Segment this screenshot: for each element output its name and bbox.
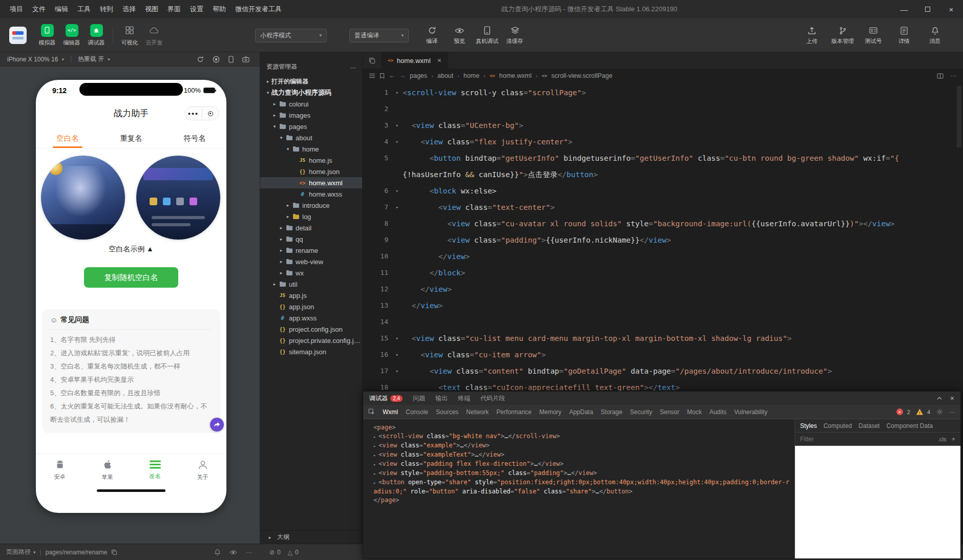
- list-icon[interactable]: [369, 73, 375, 78]
- devtools-tab-appdata[interactable]: AppData: [569, 408, 593, 416]
- close-panel-icon[interactable]: ×: [950, 394, 954, 402]
- device-select[interactable]: iPhone X 100% 16: [7, 56, 58, 63]
- tree-item-folder[interactable]: ▸rename: [260, 245, 362, 256]
- mode-select[interactable]: 小程序模式▾: [255, 29, 327, 42]
- devtools-tab-memory[interactable]: Memory: [539, 408, 561, 416]
- devtools-tab-sources[interactable]: Sources: [436, 408, 458, 416]
- devtools-tab-mock[interactable]: Mock: [687, 408, 702, 416]
- devtools-tab-performance[interactable]: Performance: [496, 408, 532, 416]
- screenshot-icon[interactable]: [242, 56, 249, 62]
- toolbar-editor-button[interactable]: </>编辑器: [59, 24, 84, 47]
- toolbar-debugger-button[interactable]: 调试器: [84, 24, 109, 47]
- open-files-icon[interactable]: [363, 52, 381, 69]
- share-float-button[interactable]: [210, 418, 224, 432]
- styles-tab-computed[interactable]: Computed: [824, 422, 852, 429]
- menu-item[interactable]: 选择: [118, 0, 140, 18]
- editor-more-icon[interactable]: ···: [951, 72, 957, 79]
- breadcrumb-item[interactable]: scroll-view.scrollPage: [551, 72, 612, 79]
- debugger-window-tab[interactable]: 终端: [458, 394, 470, 403]
- menu-item[interactable]: 编辑: [50, 0, 73, 18]
- devtools-tab-storage[interactable]: Storage: [601, 408, 622, 416]
- tree-item-folder[interactable]: ▸log: [260, 211, 362, 222]
- tree-item-file[interactable]: #app.wxss: [260, 312, 362, 324]
- tree-item-file[interactable]: #home.wxss: [260, 188, 362, 200]
- copy-random-name-button[interactable]: 复制随机空白名: [84, 267, 178, 288]
- menu-item[interactable]: 设置: [185, 0, 208, 18]
- phone-tab-item[interactable]: 重复名: [99, 129, 163, 148]
- menu-item[interactable]: 微信开发者工具: [231, 0, 286, 18]
- toolbar-compile-button[interactable]: 编译: [418, 26, 446, 45]
- maximize-button[interactable]: [916, 0, 939, 18]
- device-frame-icon[interactable]: [228, 56, 234, 63]
- toolbar-preview-button[interactable]: 预览: [446, 26, 473, 45]
- breadcrumb-item[interactable]: home: [464, 72, 479, 79]
- filter-input[interactable]: [800, 436, 872, 443]
- toolbar-visual-button[interactable]: 可视化: [117, 24, 142, 47]
- minimize-button[interactable]: —: [892, 0, 916, 18]
- tree-item-folder[interactable]: ▸images: [260, 110, 362, 121]
- breadcrumb-item[interactable]: home.wxml: [499, 72, 531, 79]
- tree-item-file[interactable]: {}app.json: [260, 301, 362, 312]
- menu-item[interactable]: 帮助: [208, 0, 231, 18]
- collapse-panel-icon[interactable]: [937, 397, 942, 400]
- wxml-tree-node[interactable]: <page>: [368, 423, 789, 432]
- menu-item[interactable]: 界面: [163, 0, 185, 18]
- tabbar-item-person[interactable]: 关于: [179, 454, 226, 486]
- tree-item-folder[interactable]: ▸qq: [260, 233, 362, 245]
- styles-tab-dataset[interactable]: Dataset: [859, 422, 880, 429]
- tree-item-folder[interactable]: ▸introduce: [260, 200, 362, 211]
- devtools-tab-wxml[interactable]: Wxml: [383, 408, 398, 416]
- phone-tab-item[interactable]: 符号名: [163, 129, 226, 148]
- toolbar-upload-button[interactable]: 上传: [798, 26, 826, 45]
- bookmark-icon[interactable]: [380, 73, 385, 79]
- add-style-button[interactable]: +: [951, 435, 955, 443]
- wxml-tree-node[interactable]: ▸<view class="example">…</view>: [368, 441, 789, 450]
- devtools-tab-audits[interactable]: Audits: [709, 408, 726, 416]
- tree-item-file[interactable]: {}sitemap.json: [260, 346, 362, 357]
- debugger-window-tab[interactable]: 问题: [413, 394, 425, 403]
- tree-item-folder[interactable]: ▸util: [260, 278, 362, 290]
- forward-icon[interactable]: →: [400, 72, 406, 79]
- tree-item-folder[interactable]: ▸wx: [260, 267, 362, 278]
- tabbar-item-android[interactable]: 安卓: [36, 454, 83, 486]
- tab-home-wxml[interactable]: <> home.wxml ×: [381, 52, 448, 69]
- inspect-element-icon[interactable]: [368, 408, 375, 415]
- devtools-tab-sensor[interactable]: Sensor: [660, 408, 679, 416]
- debugger-window-tab[interactable]: 调试器2,4: [369, 394, 403, 403]
- close-capsule-icon[interactable]: [202, 111, 219, 116]
- wxml-tree-node[interactable]: ▸<view style="padding-bottom:55px;" clas…: [368, 469, 789, 478]
- tree-item-file[interactable]: <>home.wxml: [260, 177, 362, 188]
- breadcrumb-item[interactable]: pages: [410, 72, 427, 79]
- bell-icon[interactable]: [214, 549, 221, 556]
- page-path-select[interactable]: 页面路径▾: [6, 548, 36, 556]
- wxml-tree-node[interactable]: </page>: [368, 496, 789, 505]
- record-icon[interactable]: [213, 56, 220, 63]
- tree-item-folder[interactable]: ▸colorui: [260, 98, 362, 110]
- tree-item-folder[interactable]: ▾pages: [260, 121, 362, 132]
- tree-item-file[interactable]: {}project.private.config.json: [260, 335, 362, 346]
- devtools-tab-vulnerability[interactable]: Vulnerability: [734, 408, 767, 416]
- wxml-tree-node[interactable]: ▸<scroll-view class="bg-white nav">…</sc…: [368, 432, 789, 441]
- toolbar-test-button[interactable]: 测试号: [860, 26, 887, 45]
- wxml-tree-node[interactable]: ▸<view class="exampleText">…</view>: [368, 450, 789, 460]
- debugger-window-tab[interactable]: 代码片段: [480, 394, 505, 403]
- refresh-icon[interactable]: [197, 56, 204, 63]
- breadcrumb-item[interactable]: about: [437, 72, 453, 79]
- debugger-window-tab[interactable]: 输出: [435, 394, 448, 403]
- menu-item[interactable]: 项目: [5, 0, 28, 18]
- toolbar-device-debug-button[interactable]: 真机调试: [473, 26, 501, 45]
- back-icon[interactable]: ←: [389, 72, 395, 79]
- close-tab-icon[interactable]: ×: [437, 56, 442, 64]
- warning-status[interactable]: △0: [288, 549, 299, 556]
- devtools-tab-network[interactable]: Network: [466, 408, 489, 416]
- tree-item-file[interactable]: JSapp.js: [260, 290, 362, 301]
- menu-item[interactable]: 文件: [28, 0, 50, 18]
- tree-item-file[interactable]: JShome.js: [260, 155, 362, 166]
- phone-tab-active[interactable]: 空白名: [36, 129, 99, 148]
- cls-button[interactable]: .cls: [938, 436, 947, 442]
- styles-content[interactable]: [795, 446, 960, 558]
- tree-item-folder[interactable]: ▾about: [260, 132, 362, 143]
- scrollbar-thumb[interactable]: [957, 86, 961, 147]
- status-more-icon[interactable]: ···: [246, 549, 252, 556]
- tree-item-folder[interactable]: ▾home: [260, 143, 362, 155]
